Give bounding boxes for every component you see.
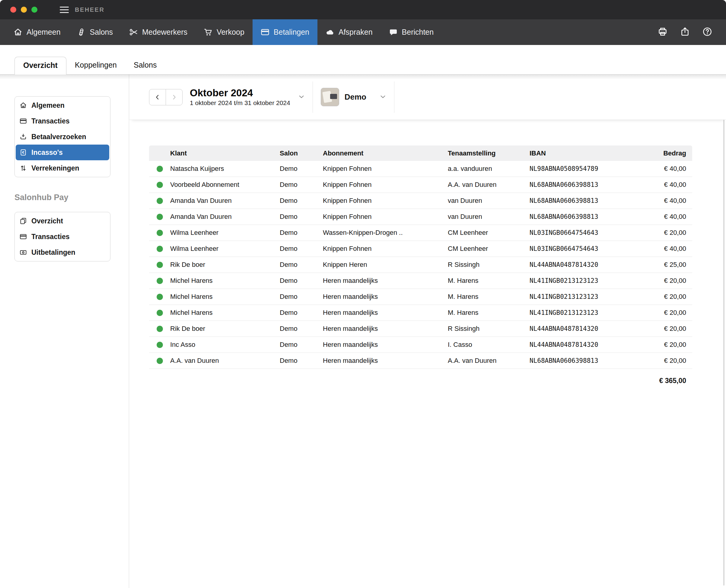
cell-bedrag: € 40,00 [629, 213, 692, 220]
period-chevron-down-icon[interactable] [298, 93, 305, 101]
cell-tenaamstelling: van Duuren [448, 213, 530, 220]
previous-period-button[interactable] [149, 89, 166, 105]
cell-bedrag: € 20,00 [629, 229, 692, 237]
table-row[interactable]: Natascha KuijpersDemoKnippen Fohnena.a. … [149, 161, 692, 177]
cell-klant: Wilma Leenheer [170, 229, 280, 237]
cell-abonnement: Heren maandelijks [323, 341, 448, 349]
status-cell [149, 310, 170, 316]
status-dot [156, 214, 163, 220]
status-dot [156, 310, 163, 316]
sidebar-item-label: Algemeen [31, 101, 65, 109]
close-window-button[interactable] [10, 7, 16, 13]
chevron-left-icon [154, 94, 161, 101]
sidebar-item-transacties[interactable]: Transacties [16, 229, 109, 245]
cell-bedrag: € 20,00 [629, 325, 692, 333]
sidebar-item-transacties[interactable]: Transacties [16, 113, 109, 129]
cell-salon: Demo [280, 261, 323, 269]
table-row[interactable]: Michel HarensDemoHeren maandelijksM. Har… [149, 289, 692, 305]
nav-item-berichten[interactable]: Berichten [381, 19, 442, 45]
sidebar-item-overzicht[interactable]: Overzicht [16, 213, 109, 229]
cell-salon: Demo [280, 197, 323, 205]
table-row[interactable]: Rik De boerDemoKnippen HerenR SissinghNL… [149, 257, 692, 273]
cell-klant: Inc Asso [170, 341, 280, 349]
scissors-icon [129, 28, 138, 37]
sidebar-item-algemeen[interactable]: Algemeen [16, 98, 109, 113]
table-row[interactable]: Michel HarensDemoHeren maandelijksM. Har… [149, 273, 692, 289]
cell-iban: NL98ABNA0508954789 [530, 165, 629, 172]
cell-iban: NL41INGB0213123123 [530, 293, 629, 300]
nav-item-salons[interactable]: Salons [69, 19, 121, 45]
status-cell [149, 342, 170, 348]
period-title: Oktober 2024 [190, 87, 290, 99]
sidebar-item-uitbetalingen[interactable]: Uitbetalingen [16, 245, 109, 260]
table-row[interactable]: Michel HarensDemoHeren maandelijksM. Har… [149, 305, 692, 321]
table-body: Natascha KuijpersDemoKnippen Fohnena.a. … [149, 161, 692, 369]
status-dot [156, 198, 163, 204]
table-row[interactable]: Wilma LeenheerDemoKnippen FohnenCM Leenh… [149, 241, 692, 257]
nav-item-afspraken[interactable]: Afspraken [317, 19, 381, 45]
tab-bar: OverzichtKoppelingenSalons [0, 45, 726, 75]
sidebar-item-incasso-s[interactable]: €Incasso's [16, 145, 109, 160]
table-row[interactable]: Rik De boerDemoHeren maandelijksR Sissin… [149, 321, 692, 337]
cell-abonnement: Knippen Heren [323, 261, 448, 269]
cell-bedrag: € 25,00 [629, 261, 692, 269]
tab-salons[interactable]: Salons [125, 57, 165, 74]
sidebar: AlgemeenTransactiesBetaalverzoeken€Incas… [0, 75, 129, 588]
nav-item-medewerkers[interactable]: Medewerkers [121, 19, 195, 45]
table-row[interactable]: Amanda Van DuurenDemoKnippen Fohnenvan D… [149, 209, 692, 225]
cell-tenaamstelling: A.A. van Duuren [448, 181, 530, 189]
table-row[interactable]: Inc AssoDemoHeren maandelijksI. CassoNL4… [149, 337, 692, 353]
status-cell [149, 198, 170, 204]
cart-icon [204, 28, 212, 37]
table-row[interactable]: Voorbeeld AbonnementDemoKnippen FohnenA.… [149, 177, 692, 193]
table-row[interactable]: A.A. van DuurenDemoHeren maandelijksA.A.… [149, 353, 692, 369]
period-pager [149, 89, 183, 105]
table-total: € 365,00 [149, 369, 692, 385]
cell-tenaamstelling: CM Leenheer [448, 245, 530, 253]
cell-iban: NL44ABNA0487814320 [530, 325, 629, 332]
tab-overzicht[interactable]: Overzicht [15, 57, 66, 75]
nav-item-label: Verkoop [217, 28, 244, 37]
nav-item-label: Medewerkers [142, 28, 187, 37]
minimize-window-button[interactable] [21, 7, 27, 13]
help-button[interactable] [702, 27, 712, 38]
nav-item-algemeen[interactable]: Algemeen [5, 19, 69, 45]
salon-selector[interactable]: Demo [321, 88, 386, 106]
credit-card-icon [20, 233, 27, 240]
cell-tenaamstelling: M. Harens [448, 309, 530, 317]
cell-tenaamstelling: R Sissingh [448, 325, 530, 333]
menu-icon[interactable] [60, 7, 69, 13]
status-cell [149, 326, 170, 332]
column-header-abonnement: Abonnement [323, 149, 448, 157]
nav-item-betalingen[interactable]: Betalingen [253, 19, 317, 45]
print-button[interactable] [658, 27, 667, 38]
next-period-button[interactable] [166, 89, 183, 105]
cell-iban: NL68ABNA0606398813 [530, 197, 629, 204]
zoom-window-button[interactable] [31, 7, 37, 13]
column-header-salon: Salon [280, 149, 323, 157]
traffic-lights [10, 7, 37, 13]
status-cell [149, 166, 170, 172]
cell-bedrag: € 20,00 [629, 277, 692, 285]
status-dot [156, 246, 163, 252]
navbar-actions [658, 19, 726, 45]
nav-item-verkoop[interactable]: Verkoop [195, 19, 253, 45]
home-icon [14, 28, 22, 37]
status-dot [156, 326, 163, 332]
status-dot [156, 294, 163, 300]
status-dot [156, 182, 163, 188]
cell-tenaamstelling: M. Harens [448, 293, 530, 301]
period-selector[interactable]: Oktober 2024 1 oktober 2024 t/m 31 oktob… [190, 87, 290, 107]
tab-koppelingen[interactable]: Koppelingen [66, 57, 125, 74]
status-dot [156, 230, 163, 236]
status-dot [156, 262, 163, 268]
table-row[interactable]: Wilma LeenheerDemoWassen-Knippen-Drogen … [149, 225, 692, 241]
tab-label: Overzicht [23, 61, 58, 69]
sidebar-item-betaalverzoeken[interactable]: Betaalverzoeken [16, 129, 109, 145]
cell-salon: Demo [280, 213, 323, 220]
cell-bedrag: € 20,00 [629, 293, 692, 301]
share-button[interactable] [680, 27, 690, 38]
vertical-scrollbar[interactable] [723, 108, 725, 586]
table-row[interactable]: Amanda Van DuurenDemoKnippen Fohnenvan D… [149, 193, 692, 209]
sidebar-item-verrekeningen[interactable]: Verrekeningen [16, 160, 109, 176]
